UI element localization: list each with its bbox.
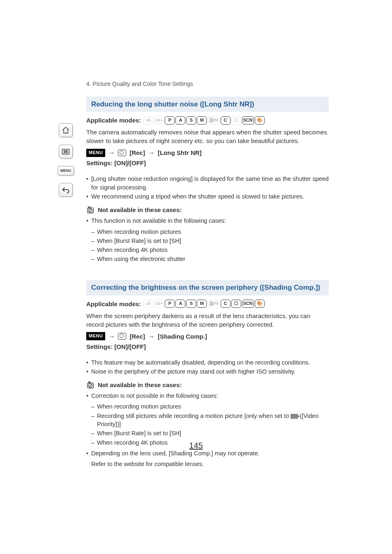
- not-available-icon: [86, 381, 95, 389]
- not-available-header: Not available in these cases:: [86, 205, 329, 214]
- menu-rec-label: [Rec]: [129, 148, 145, 157]
- mode-badge: A: [175, 300, 185, 308]
- applicable-modes-label: Applicable modes:: [86, 300, 141, 308]
- not-available-title: Not available in these cases:: [98, 381, 182, 389]
- na-lead: Correction is not possible in the follow…: [86, 392, 329, 400]
- applicable-modes-row: Applicable modes: iAiA+PASM🎥MC☐SCN🎨: [86, 300, 329, 308]
- video-priority-icon: [291, 414, 298, 419]
- menu-path: MENU → [Rec] → [Shading Comp.]: [86, 332, 329, 341]
- not-available-title: Not available in these cases:: [98, 205, 182, 214]
- note-item: [Long shutter noise reduction ongoing] i…: [86, 175, 329, 192]
- arrow-icon: →: [148, 332, 154, 341]
- na-lead-list: Correction is not possible in the follow…: [86, 392, 329, 400]
- mode-badge: iA+: [154, 300, 164, 308]
- menu-rec-label: [Rec]: [129, 332, 145, 341]
- na-item: Recording still pictures while recording…: [91, 412, 329, 429]
- notes-list: This feature may be automatically disabl…: [86, 358, 329, 376]
- note-item: This feature may be automatically disabl…: [86, 358, 329, 367]
- page-number[interactable]: 145: [0, 440, 392, 451]
- settings-label: Settings: [ON]/[OFF]: [86, 159, 329, 167]
- menu-badge-icon: MENU: [86, 149, 105, 157]
- na-item: When [Burst Rate] is set to [SH]: [91, 429, 329, 437]
- mode-badge: iA+: [154, 116, 164, 125]
- not-available-header: Not available in these cases:: [86, 381, 329, 389]
- mode-badge: ☐: [231, 116, 241, 125]
- mode-badge: 🎨: [255, 116, 265, 125]
- na-item: When using the electronic shutter: [91, 255, 329, 263]
- arrow-icon: →: [108, 148, 115, 157]
- arrow-icon: →: [108, 332, 115, 341]
- mode-badge: P: [165, 116, 175, 125]
- note-item: We recommend using a tripod when the shu…: [86, 192, 329, 201]
- section-body: When the screen periphery darkens as a r…: [86, 312, 329, 329]
- mode-badge: P: [165, 300, 175, 308]
- mode-badge: ☐: [231, 300, 241, 308]
- mode-badge: S: [186, 300, 196, 308]
- na-item: When [Burst Rate] is set to [SH]: [91, 237, 329, 245]
- camera-icon: [118, 333, 126, 339]
- mode-badge: SCN: [242, 116, 254, 125]
- section-body: The camera automatically removes noise t…: [86, 128, 329, 145]
- svg-rect-9: [89, 382, 90, 383]
- mode-badge: 🎨: [255, 300, 265, 308]
- section-title-shading-comp: Correcting the brightness on the screen …: [86, 280, 329, 295]
- section-title-long-shtr-nr: Reducing the long shutter noise ([Long S…: [86, 97, 329, 112]
- na-item: When recording 4K photos: [91, 246, 329, 254]
- contents-icon[interactable]: [59, 145, 73, 159]
- notes-list: [Long shutter noise reduction ongoing] i…: [86, 175, 329, 201]
- menu-badge-icon: MENU: [86, 332, 105, 340]
- svg-rect-5: [89, 207, 90, 208]
- mode-badge: iA: [143, 116, 153, 125]
- na-trailing-extra: Refer to the website for compatible lens…: [86, 460, 329, 468]
- mode-badge: C: [221, 116, 231, 125]
- mode-badge: A: [175, 116, 185, 125]
- camera-icon: [118, 150, 126, 156]
- svg-line-11: [89, 384, 92, 387]
- na-lead-list: This function is not available in the fo…: [86, 217, 329, 225]
- back-icon[interactable]: [59, 183, 73, 197]
- mode-badge: 🎥M: [208, 116, 219, 125]
- home-icon[interactable]: [59, 123, 73, 137]
- mode-badge: 🎥M: [208, 300, 219, 308]
- na-lead: This function is not available in the fo…: [86, 217, 329, 225]
- na-item: When recording motion pictures: [91, 228, 329, 236]
- note-item: Noise in the periphery of the picture ma…: [86, 367, 329, 376]
- sidebar-nav: MENU: [58, 123, 74, 204]
- chapter-heading: 4. Picture Quality and Color Tone Settin…: [86, 80, 329, 88]
- mode-badge: M: [197, 300, 207, 308]
- menu-nav-icon[interactable]: MENU: [58, 166, 74, 175]
- arrow-icon: →: [148, 148, 154, 157]
- menu-item-label: [Shading Comp.]: [158, 332, 207, 341]
- mode-badge: iA: [143, 300, 153, 308]
- svg-line-7: [89, 209, 92, 212]
- mode-badge: S: [186, 116, 196, 125]
- settings-label: Settings: [ON]/[OFF]: [86, 342, 329, 351]
- menu-item-label: [Long Shtr NR]: [158, 148, 202, 157]
- not-available-icon: [86, 206, 95, 214]
- na-items-list: When recording motion picturesWhen [Burs…: [86, 228, 329, 263]
- mode-badge: C: [221, 300, 231, 308]
- mode-badge: SCN: [242, 300, 254, 308]
- na-item: When recording motion pictures: [91, 402, 329, 411]
- applicable-modes-label: Applicable modes:: [86, 116, 141, 125]
- applicable-modes-row: Applicable modes: iAiA+PASM🎥MC☐SCN🎨: [86, 116, 329, 125]
- mode-badge: M: [197, 116, 207, 125]
- menu-path: MENU → [Rec] → [Long Shtr NR]: [86, 148, 329, 157]
